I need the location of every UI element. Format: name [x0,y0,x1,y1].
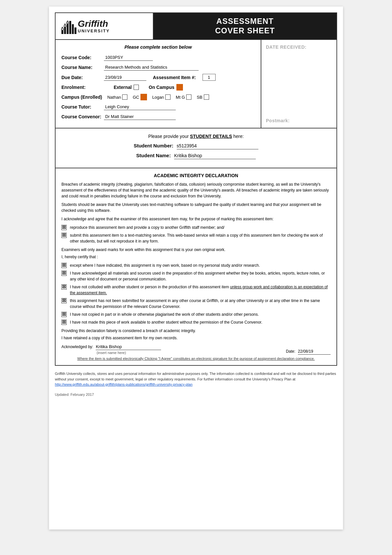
svg-rect-5 [74,27,76,34]
list-item: ☒ I have not colluded with another stude… [61,284,331,296]
course-name-row: Course Name: [61,64,255,71]
convenor-input[interactable] [104,113,176,120]
integrity-list-part2: ☒ except where I have indicated, this as… [61,262,331,325]
list-item: ☒ reproduce this assessment item and pro… [61,225,331,230]
tutor-row: Course Tutor: [61,104,255,110]
student-header: Please provide your STUDENT DETAILS here… [62,134,330,139]
student-name-value: Kritika Bishop [174,153,256,159]
course-name-input[interactable] [104,64,199,71]
logan-checkbox[interactable] [165,94,171,100]
campus-sb-label: SB [197,95,202,100]
integrity-para5: I, hereby certify that : [61,254,331,260]
svg-rect-3 [69,21,71,34]
footer-section: Griffith University collects, stores and… [55,371,337,402]
electronic-note: Where the item is submitted electronical… [61,357,331,361]
student-number-label: Student Number: [134,143,173,148]
campus-gc: GC [133,94,147,100]
tutor-label: Course Tutor: [61,104,104,109]
assessment-item-label: Assessment Item #: [153,75,196,80]
campus-label: Campus (Enrolled) [61,94,102,100]
ack-label: Acknowledged by: [61,345,93,349]
griffith-name: Griffith [78,19,110,28]
tutor-input[interactable] [104,104,176,110]
student-number-value: s5123954 [177,143,258,149]
student-details-highlight: STUDENT DETAILS [190,134,232,139]
updated-label: Updated: February 2017 [55,393,337,396]
signature-row: Acknowledged by: Kritika Bishop (insert … [61,344,331,355]
due-date-row: Due Date: Assessment Item #: [61,74,255,81]
campus-mtg: Mt G [176,94,191,100]
title-text: ASSESSMENT COVER SHEET [215,17,275,36]
privacy-link[interactable]: http://www.griffith.edu.au/about-griffit… [55,382,192,386]
student-name-label: Student Name: [136,153,171,158]
campus-nathan: Nathan [107,94,127,100]
integrity-para7: I have retained a copy of this assessmen… [61,335,331,341]
svg-rect-2 [67,24,69,34]
sb-checkbox[interactable] [204,94,209,100]
course-code-label: Course Code: [61,55,104,60]
gc-checkbox[interactable] [140,94,147,100]
form-left-panel: Please complete section below Course Cod… [56,40,261,128]
list-item-text-1: reproduce this assessment item and provi… [70,225,224,230]
griffith-logo-icon [61,18,78,35]
mtg-checkbox[interactable] [186,94,191,100]
ack-inline: Acknowledged by: Kritika Bishop [61,344,161,350]
logo-area: Griffith UNIVERSITY [56,13,154,39]
integrity-title: ACADEMIC INTEGRITY DECLARATION [61,173,331,178]
header: Griffith UNIVERSITY ASSESSMENT COVER SHE… [55,12,337,40]
checkbox-1: ☒ [61,225,67,230]
university-label: UNIVERSITY [78,28,110,33]
logo-text: Griffith UNIVERSITY [78,19,110,33]
external-checkbox[interactable] [134,85,139,90]
integrity-para1: Breaches of academic integrity (cheating… [61,181,331,199]
campus-sb: SB [197,94,209,100]
ack-left: Acknowledged by: Kritika Bishop (insert … [61,344,161,355]
checkbox-8: ☒ [61,320,67,325]
student-number-row: Student Number: s5123954 [62,143,330,149]
list-item-text-7: I have not copied in part or in whole or… [70,311,259,317]
list-item-text-4: I have acknowledged all materials and so… [70,270,331,282]
student-section: Please provide your STUDENT DETAILS here… [55,128,337,168]
cover-sheet-title: ASSESSMENT COVER SHEET [154,13,336,39]
course-code-row: Course Code: [61,54,255,61]
due-date-input[interactable] [104,74,146,81]
integrity-para2: Students should be aware that the Univer… [61,202,331,213]
due-date-inner: Assessment Item #: [104,74,216,81]
checkbox-6: ☒ [61,298,67,303]
list-item-text-6: this assignment has not been submitted f… [70,298,331,310]
svg-rect-1 [64,27,66,34]
list-item: ☒ I have acknowledged all materials and … [61,270,331,282]
campus-row: Campus (Enrolled) Nathan GC Logan Mt G [61,94,255,100]
list-item-text-5: I have not colluded with another student… [70,284,331,296]
ack-value: Kritika Bishop [96,344,161,350]
checkbox-5: ☒ [61,284,67,290]
on-campus-label: On Campus [149,85,174,90]
date-right: Date: 22/08/19 [286,349,331,355]
checkbox-4: ☒ [61,271,67,276]
postmark-label: Postmark: [266,118,332,123]
integrity-section: ACADEMIC INTEGRITY DECLARATION Breaches … [55,168,337,366]
list-item: ☒ submit this assessment item to a text-… [61,232,331,244]
list-item: ☒ I have not made this piece of work ava… [61,319,331,325]
list-item: ☒ except where I have indicated, this as… [61,262,331,268]
integrity-para3: I acknowledge and agree that the examine… [61,216,331,222]
svg-rect-0 [61,30,63,34]
assessment-item-input[interactable] [203,74,216,81]
main-form-section: Please complete section below Course Cod… [55,40,337,128]
campus-mtg-label: Mt G [176,95,185,100]
date-label: Date: [286,349,295,354]
please-complete-label: Please complete section below [61,44,255,50]
list-item-text-2: submit this assessment item to a text-ma… [70,232,331,244]
course-code-input[interactable] [104,54,153,61]
nathan-checkbox[interactable] [122,94,127,100]
checkbox-7: ☒ [61,312,67,317]
enrolment-row: Enrolment: External On Campus [61,84,255,91]
on-campus-checkbox[interactable] [176,84,183,91]
convenor-row: Course Convenor: [61,113,255,120]
due-date-label: Due Date: [61,75,104,80]
integrity-para6: Providing this declaration falsely is co… [61,328,331,334]
checkbox-3: ☒ [61,263,67,268]
campus-nathan-label: Nathan [107,95,121,100]
student-name-row: Student Name: Kritika Bishop [62,153,330,159]
privacy-text: Griffith University collects, stores and… [55,371,337,387]
